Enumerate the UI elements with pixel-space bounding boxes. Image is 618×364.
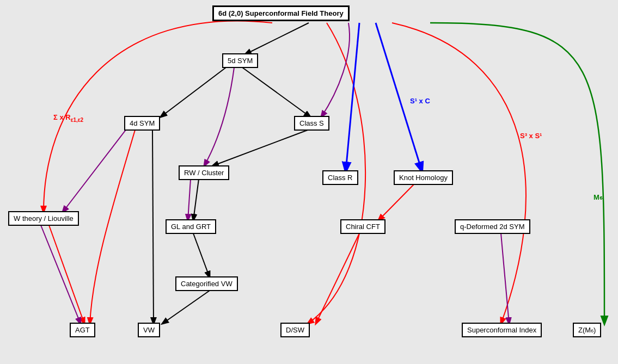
svg-line-16 <box>376 23 422 171</box>
svg-line-14 <box>501 233 509 324</box>
label-sigma: Σ x Rε1,ε2 <box>53 113 83 123</box>
svg-line-5 <box>193 233 210 277</box>
svg-line-9 <box>49 225 84 324</box>
node-gl-grt: GL and GRT <box>166 219 216 234</box>
svg-line-0 <box>245 23 309 54</box>
svg-line-7 <box>152 130 154 324</box>
node-vw: VW <box>138 323 160 337</box>
svg-line-2 <box>242 67 310 117</box>
svg-line-6 <box>162 291 210 324</box>
node-w-liouville: W theory / Liouville <box>8 211 79 226</box>
diagram-svg <box>0 0 618 364</box>
node-chiral-cft: Chiral CFT <box>340 219 386 234</box>
node-4dsym: 4d SYM <box>124 116 160 131</box>
node-agt: AGT <box>70 323 95 337</box>
svg-line-4 <box>193 179 199 220</box>
svg-line-8 <box>316 233 359 324</box>
svg-line-13 <box>41 225 81 324</box>
node-sc-index: Superconformal Index <box>462 323 542 337</box>
node-knot-hom: Knot Homology <box>394 170 453 185</box>
node-rw-cluster: RW / Cluster <box>179 165 229 180</box>
node-dsw: D/SW <box>280 323 310 337</box>
svg-line-3 <box>212 130 308 166</box>
svg-line-15 <box>346 23 359 171</box>
node-root: 6d (2,0) Superconformal Field Theory <box>212 5 350 21</box>
svg-line-10 <box>378 184 414 220</box>
svg-line-11 <box>188 179 191 220</box>
node-z-m6: Z(M₆) <box>573 323 601 337</box>
node-q-deformed: q-Deformed 2d SYM <box>455 219 530 234</box>
label-s1c: S¹ x C <box>410 97 430 105</box>
svg-line-12 <box>63 124 131 212</box>
svg-line-1 <box>161 67 226 117</box>
node-class-s: Class S <box>294 116 329 131</box>
node-cat-vw: Categorified VW <box>175 276 238 291</box>
label-s3s1: S³ x S¹ <box>520 132 542 140</box>
node-5dsym: 5d SYM <box>222 53 258 68</box>
label-m6: M₆ <box>593 193 602 201</box>
diagram-container: 6d (2,0) Superconformal Field Theory 5d … <box>0 0 618 364</box>
node-class-r: Class R <box>322 170 358 185</box>
